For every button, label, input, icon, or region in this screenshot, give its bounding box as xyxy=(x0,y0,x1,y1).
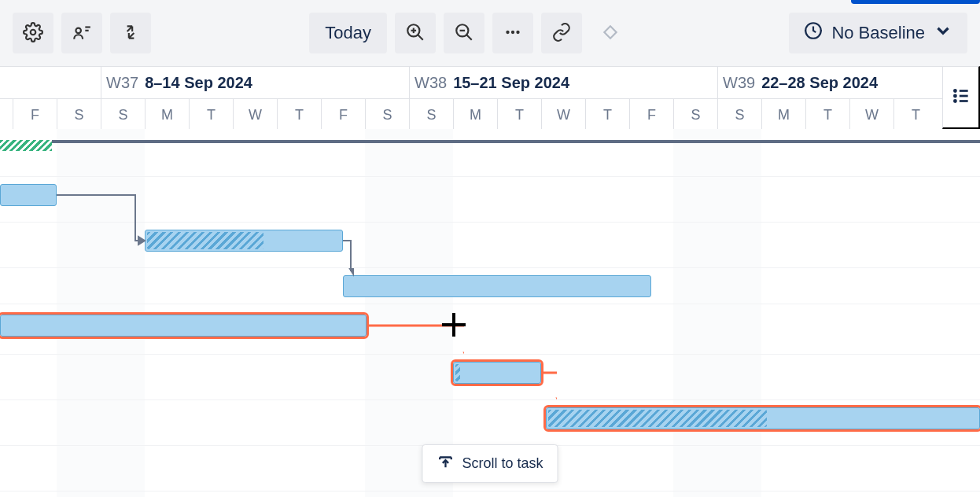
toggle-panel-button[interactable] xyxy=(942,66,980,129)
baseline-dropdown[interactable]: No Baseline xyxy=(789,13,967,53)
day-header: M xyxy=(145,99,189,131)
day-header: M xyxy=(453,99,497,131)
task-bar[interactable] xyxy=(145,230,343,252)
task-progress xyxy=(455,364,460,381)
settings-button[interactable] xyxy=(13,13,53,53)
diamond-icon xyxy=(600,22,621,45)
day-header: S xyxy=(101,99,145,131)
summary-bar[interactable] xyxy=(0,140,52,151)
task-bar[interactable] xyxy=(0,315,367,337)
svg-point-12 xyxy=(511,30,514,33)
zoom-out-icon xyxy=(454,22,474,45)
task-bar[interactable] xyxy=(453,362,541,384)
week-header: W3922–28 Sep 2024 xyxy=(717,67,878,98)
weekend-band xyxy=(673,129,761,497)
scroll-to-task-button[interactable]: Scroll to task xyxy=(422,444,558,483)
day-header: W xyxy=(233,99,277,131)
today-button[interactable]: Today xyxy=(309,13,387,53)
day-header: W xyxy=(541,99,585,131)
team-button[interactable] xyxy=(61,13,102,53)
svg-point-13 xyxy=(516,30,519,33)
row-divider xyxy=(0,304,980,304)
gear-icon xyxy=(23,22,43,45)
svg-point-17 xyxy=(954,95,956,97)
svg-line-9 xyxy=(466,35,472,40)
link-icon xyxy=(551,22,572,45)
task-progress xyxy=(548,410,767,427)
toolbar: Today No Baseline xyxy=(0,0,980,66)
weekend-band xyxy=(365,129,453,497)
day-header: S xyxy=(409,99,453,131)
top-accent xyxy=(851,0,980,4)
more-icon xyxy=(503,22,523,45)
day-header: S xyxy=(717,99,761,131)
zoom-out-button[interactable] xyxy=(444,13,484,53)
task-bar[interactable] xyxy=(0,184,57,206)
svg-line-5 xyxy=(418,35,423,40)
link-button[interactable] xyxy=(541,13,582,53)
task-bar[interactable] xyxy=(343,275,651,297)
row-divider xyxy=(0,176,980,177)
baseline-label: No Baseline xyxy=(831,23,925,43)
summary-line xyxy=(0,140,980,143)
day-header: T xyxy=(893,99,938,131)
week-header: W3815–21 Sep 2024 xyxy=(409,67,569,98)
day-row: FSSMTWTFSSMTWTFSSMTWT xyxy=(0,98,942,130)
team-icon xyxy=(72,22,92,45)
row-divider xyxy=(0,222,980,223)
day-header: T xyxy=(277,99,321,131)
svg-point-11 xyxy=(506,30,509,33)
day-header: M xyxy=(761,99,805,131)
day-header: W xyxy=(849,99,893,131)
scroll-to-task-label: Scroll to task xyxy=(462,455,543,472)
day-header: F xyxy=(629,99,673,131)
timeline-header: W378–14 Sep 2024W3815–21 Sep 2024W3922–2… xyxy=(0,66,942,129)
day-header: F xyxy=(13,99,57,131)
task-bar[interactable] xyxy=(546,407,980,429)
svg-point-18 xyxy=(954,100,956,101)
svg-point-0 xyxy=(31,29,36,35)
chevron-down-icon xyxy=(933,20,953,46)
week-row: W378–14 Sep 2024W3815–21 Sep 2024W3922–2… xyxy=(0,67,942,98)
row-divider xyxy=(0,399,980,400)
zoom-in-button[interactable] xyxy=(395,13,436,53)
collapse-button[interactable] xyxy=(110,13,151,53)
day-header: T xyxy=(189,99,233,131)
day-header: T xyxy=(805,99,849,131)
gantt-chart[interactable]: Scroll to task xyxy=(0,129,980,497)
svg-point-1 xyxy=(76,28,81,33)
day-header: F xyxy=(321,99,365,131)
day-header: T xyxy=(497,99,541,131)
zoom-in-icon xyxy=(405,22,426,45)
row-divider xyxy=(0,267,980,268)
svg-rect-14 xyxy=(604,26,616,38)
weekend-band xyxy=(57,129,145,497)
row-divider xyxy=(0,491,980,491)
list-icon xyxy=(951,86,971,109)
row-divider xyxy=(0,354,980,355)
day-header: S xyxy=(673,99,717,131)
baseline-icon xyxy=(803,20,823,46)
day-header: S xyxy=(57,99,101,131)
scroll-to-task-icon xyxy=(437,453,454,474)
week-header: W378–14 Sep 2024 xyxy=(101,67,252,98)
task-progress xyxy=(147,232,263,249)
day-header: T xyxy=(585,99,629,131)
day-header: S xyxy=(365,99,409,131)
collapse-icon xyxy=(120,22,141,45)
svg-point-16 xyxy=(954,90,956,91)
milestone-button[interactable] xyxy=(590,13,631,53)
more-button[interactable] xyxy=(492,13,533,53)
